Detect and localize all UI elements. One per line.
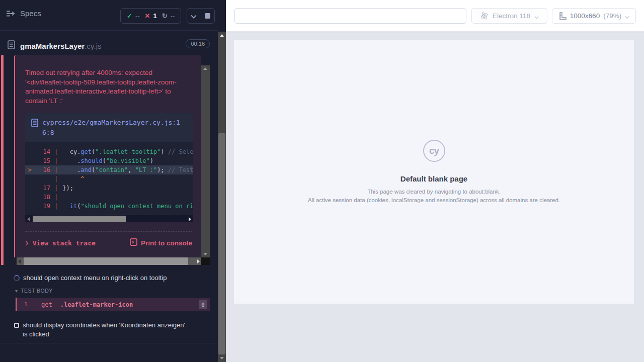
error-line-marker: > xyxy=(25,165,34,174)
line-marker xyxy=(25,184,34,193)
code-token: should xyxy=(80,156,102,165)
electron-icon xyxy=(480,12,489,20)
scroll-down-arrow-icon xyxy=(220,357,224,359)
view-stack-trace-link[interactable]: ❯View stack trace xyxy=(25,239,96,247)
error-horizontal-scrollbar[interactable] xyxy=(17,257,201,265)
sidebar-scrollbar xyxy=(218,0,226,362)
specs-menu-button[interactable]: Specs xyxy=(6,9,41,18)
line-marker xyxy=(25,202,34,211)
run-controls xyxy=(187,8,215,24)
code-scrollbar-thumb[interactable] xyxy=(33,216,126,222)
code-token: ( xyxy=(92,147,95,156)
code-token: ".leaflet-tooltip" xyxy=(95,147,160,156)
spinner-icon xyxy=(14,275,20,281)
scroll-right-arrow-icon xyxy=(189,217,191,221)
code-token: ) xyxy=(160,147,168,156)
reporter-header: Specs ✓ -- ✕ 1 ↻ -- xyxy=(0,0,218,31)
failed-count: 1 xyxy=(153,12,156,20)
specs-menu-icon xyxy=(6,10,16,17)
chevron-down-icon xyxy=(534,14,539,18)
code-token: "LT :" xyxy=(135,165,157,174)
test-body-section[interactable]: ▾ TEST BODY xyxy=(0,288,53,294)
console-icon xyxy=(130,238,137,247)
spec-row[interactable]: gmaMarkersLayer.cy.js 00:16 xyxy=(0,37,218,54)
spec-timer-badge: 00:16 xyxy=(186,39,210,48)
sidebar-scrollbar-thumb[interactable] xyxy=(218,133,225,354)
error-links: ❯View stack trace Print to console xyxy=(25,238,192,247)
print-to-console-link[interactable]: Print to console xyxy=(130,238,192,247)
error-scrollbar-thumb[interactable] xyxy=(24,257,188,265)
code-token: // Test xyxy=(168,165,193,174)
blank-page-subtitle-2: All active session data (cookies, localS… xyxy=(308,196,560,204)
code-horizontal-scrollbar[interactable] xyxy=(25,215,193,222)
code-token: "contain" xyxy=(95,165,128,174)
scroll-down-arrow-icon xyxy=(203,253,207,255)
test-item-pending[interactable]: should display coordinates when 'Koordin… xyxy=(0,321,201,339)
stop-run-button[interactable] xyxy=(201,9,215,23)
error-panel: Timed out retrying after 4000ms: expecte… xyxy=(14,55,201,257)
code-frame-filename: cypress/e2e/gmaMarkersLayer.cy.js:16:8 xyxy=(42,118,187,138)
line-number: 18 xyxy=(34,193,50,202)
viewport-size: 1000x660 xyxy=(570,12,600,20)
scroll-right-arrow-icon xyxy=(197,259,200,263)
error-message: Timed out retrying after 4000ms: expecte… xyxy=(25,68,191,106)
gutter-pipe: | xyxy=(54,174,58,184)
cypress-logo: cy xyxy=(423,140,445,162)
gutter-pipe: | xyxy=(54,165,58,174)
chevron-down-icon xyxy=(191,12,197,21)
code-line: | ^ xyxy=(25,174,193,184)
browser-label: Electron 118 xyxy=(493,12,530,20)
url-input[interactable] xyxy=(234,8,466,24)
stat-passed: ✓ -- xyxy=(127,12,140,20)
command-log-row[interactable]: 1 get .leaflet-marker-icon 0 xyxy=(16,298,210,311)
test-item-running[interactable]: should open context menu on right-click … xyxy=(0,274,210,283)
code-token: it xyxy=(70,202,77,211)
run-stats: ✓ -- ✕ 1 ↻ -- xyxy=(120,8,181,24)
code-lines: 14| cy.get(".leaflet-tooltip") // Sele 1… xyxy=(25,142,193,215)
line-marker xyxy=(25,193,34,202)
gutter-pipe: | xyxy=(54,147,58,156)
scroll-left-arrow-icon xyxy=(27,217,30,221)
scroll-up-arrow-icon xyxy=(203,67,207,70)
stop-icon xyxy=(205,13,210,19)
failed-attempt-border xyxy=(1,55,4,265)
code-frame-file-link[interactable]: cypress/e2e/gmaMarkersLayer.cy.js:16:8 xyxy=(25,113,193,142)
restart-icon: ↻ xyxy=(162,12,168,20)
code-token: ) xyxy=(150,156,153,165)
code-frame: cypress/e2e/gmaMarkersLayer.cy.js:16:8 1… xyxy=(25,113,193,222)
reporter-sidebar: Specs ✓ -- ✕ 1 ↻ -- xyxy=(0,0,218,362)
scroll-left-arrow-icon xyxy=(18,259,21,263)
code-token: , xyxy=(128,165,135,174)
error-region: Timed out retrying after 4000ms: expecte… xyxy=(14,55,210,265)
code-token: cy. xyxy=(62,147,80,156)
code-token: }); xyxy=(62,184,73,193)
viewport-select[interactable]: 1000x660 (79%) xyxy=(552,8,636,24)
code-token xyxy=(62,202,69,211)
command-count-badge: 0 xyxy=(199,300,207,309)
code-token: get xyxy=(80,147,92,156)
code-token: "should open context menu on righ xyxy=(80,202,193,211)
aut-header: Electron 118 1000x660 (79%) xyxy=(226,0,644,32)
gutter-pipe: | xyxy=(54,202,58,211)
error-vertical-scrollbar[interactable] xyxy=(201,65,210,257)
viewport-scale: (79%) xyxy=(603,12,621,20)
collapse-tests-button[interactable] xyxy=(187,9,201,23)
code-token: ^ xyxy=(62,174,84,184)
line-number xyxy=(34,174,50,184)
chevron-right-icon: ❯ xyxy=(25,240,29,246)
line-number: 15 xyxy=(34,156,50,165)
spec-file-icon xyxy=(8,40,15,51)
command-message: .leaflet-marker-icon xyxy=(60,301,133,308)
chevron-down-icon: ▾ xyxy=(15,288,18,294)
code-token: ( xyxy=(103,156,106,165)
code-line: 18| xyxy=(25,193,193,202)
line-number: 19 xyxy=(34,202,50,211)
command-number: 1 xyxy=(24,301,34,308)
test-title: should display coordinates when 'Koordin… xyxy=(23,321,189,339)
code-line: 17|}); xyxy=(25,184,193,193)
pending-count: -- xyxy=(171,12,175,20)
code-token: and xyxy=(80,165,92,174)
specs-label: Specs xyxy=(20,9,41,18)
browser-select[interactable]: Electron 118 xyxy=(471,8,547,24)
file-icon xyxy=(31,119,38,138)
